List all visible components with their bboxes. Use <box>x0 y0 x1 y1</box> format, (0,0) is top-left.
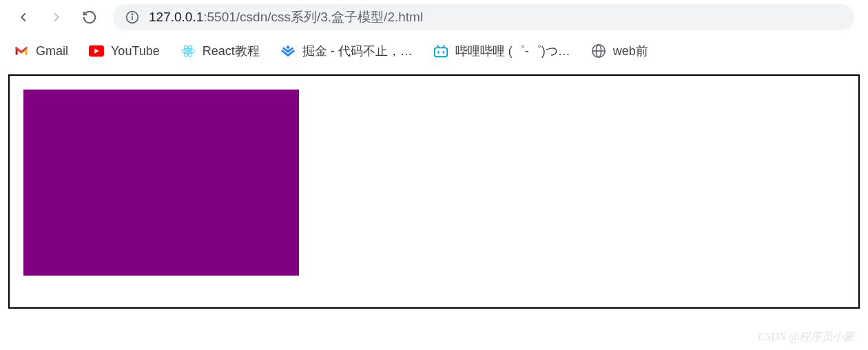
bookmark-web[interactable]: web前 <box>591 43 648 59</box>
juejin-icon <box>280 43 296 59</box>
bookmark-label: web前 <box>613 43 648 59</box>
url-path: :5501/csdn/css系列/3.盒子模型/2.html <box>203 8 423 26</box>
bookmark-label: 掘金 - 代码不止，… <box>302 43 413 59</box>
site-info-icon[interactable] <box>125 10 139 24</box>
forward-button[interactable] <box>47 8 66 27</box>
bookmark-label: YouTube <box>111 44 160 59</box>
svg-point-5 <box>187 50 189 52</box>
bookmarks-bar: Gmail YouTube React教程 <box>0 34 868 68</box>
bookmark-gmail[interactable]: Gmail <box>14 43 68 59</box>
svg-marker-9 <box>286 45 290 50</box>
url-host: 127.0.0.1 <box>149 10 203 25</box>
bookmark-youtube[interactable]: YouTube <box>89 43 160 59</box>
bookmark-juejin[interactable]: 掘金 - 代码不止，… <box>280 43 413 59</box>
url-text: 127.0.0.1:5501/csdn/css系列/3.盒子模型/2.html <box>149 8 423 26</box>
bookmark-label: Gmail <box>36 44 68 59</box>
bookmark-bilibili[interactable]: 哔哩哔哩 (゜-゜)つ… <box>433 43 570 59</box>
svg-point-2 <box>132 14 132 14</box>
back-button[interactable] <box>14 8 33 27</box>
outer-box <box>8 74 860 309</box>
nav-buttons <box>14 8 99 27</box>
bookmark-label: 哔哩哔哩 (゜-゜)つ… <box>455 43 570 59</box>
globe-icon <box>591 43 606 59</box>
watermark: CSDN @程序员小豪 <box>758 330 854 344</box>
address-bar[interactable]: 127.0.0.1:5501/csdn/css系列/3.盒子模型/2.html <box>113 4 854 30</box>
bookmark-react[interactable]: React教程 <box>180 43 260 59</box>
inner-box <box>23 90 299 276</box>
reload-button[interactable] <box>80 8 99 27</box>
bilibili-icon <box>433 43 448 59</box>
gmail-icon <box>14 43 29 59</box>
browser-toolbar: 127.0.0.1:5501/csdn/css系列/3.盒子模型/2.html <box>0 0 868 34</box>
page-content <box>0 68 868 309</box>
react-icon <box>180 43 196 59</box>
bookmark-label: React教程 <box>203 43 260 59</box>
youtube-icon <box>89 43 104 59</box>
svg-rect-12 <box>435 48 447 56</box>
